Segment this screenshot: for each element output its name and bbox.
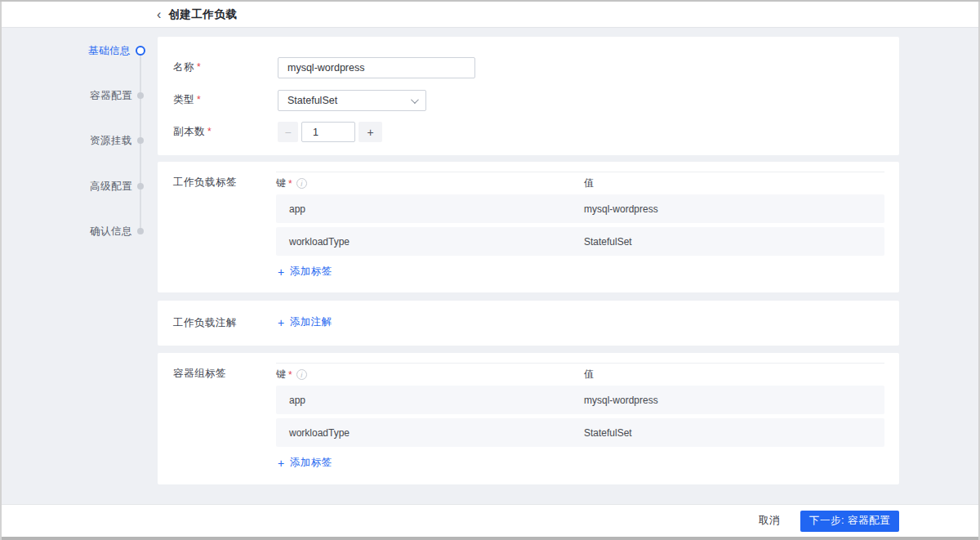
- value-column-header: 值: [584, 368, 884, 382]
- info-icon[interactable]: i: [296, 178, 307, 189]
- type-select-value: StatefulSet: [287, 95, 337, 106]
- label-key: workloadType: [276, 236, 584, 248]
- key-column-header: 键: [276, 368, 286, 382]
- replicas-label: 副本数*: [173, 125, 212, 139]
- label-key: workloadType: [276, 427, 584, 439]
- back-icon[interactable]: ‹: [154, 7, 164, 23]
- workload-annotations-card: 工作负载注解 + 添加注解: [158, 301, 899, 346]
- step-confirm-info[interactable]: 确认信息: [0, 224, 151, 239]
- step-label: 基础信息: [88, 44, 131, 58]
- step-resource-mount[interactable]: 资源挂载: [0, 133, 151, 148]
- workload-labels-table: 键 * i 值 app mysql-wordpress workloadType…: [276, 172, 884, 260]
- form-area: 名称* 类型* StatefulSet 副本数* − + 工作负载标签: [158, 28, 899, 484]
- step-advanced-config[interactable]: 高级配置: [0, 179, 151, 194]
- label-key: app: [276, 395, 584, 406]
- step-dot-icon: [137, 92, 144, 99]
- add-workload-label-link[interactable]: + 添加标签: [278, 265, 332, 279]
- step-basic-info[interactable]: 基础信息: [0, 43, 151, 58]
- add-pod-label-link[interactable]: + 添加标签: [278, 456, 332, 470]
- create-workload-page: ‹ 创建工作负载 基础信息 容器配置 资源挂载 高级配置 确认信息: [0, 0, 980, 540]
- required-asterisk: *: [288, 178, 292, 190]
- name-input[interactable]: [278, 57, 475, 78]
- step-navigation: 基础信息 容器配置 资源挂载 高级配置 确认信息: [0, 28, 151, 257]
- pod-labels-section-label: 容器组标签: [173, 367, 226, 381]
- increment-button[interactable]: +: [359, 122, 382, 142]
- required-asterisk: *: [197, 94, 201, 105]
- cancel-button[interactable]: 取消: [759, 514, 780, 528]
- plus-icon: +: [278, 317, 285, 328]
- step-active-dot-icon: [136, 46, 145, 56]
- replicas-stepper: − +: [278, 122, 382, 142]
- table-row: app mysql-wordpress: [276, 194, 884, 223]
- step-label: 容器配置: [90, 89, 132, 103]
- next-step-button[interactable]: 下一步: 容器配置: [800, 511, 899, 532]
- step-dot-icon: [137, 183, 144, 190]
- table-row: app mysql-wordpress: [276, 386, 884, 414]
- decrement-button[interactable]: −: [278, 122, 298, 142]
- step-container-config[interactable]: 容器配置: [0, 88, 151, 103]
- step-label: 高级配置: [90, 180, 132, 194]
- plus-icon: +: [278, 457, 285, 469]
- key-column-header: 键: [276, 176, 286, 190]
- basic-info-card: 名称* 类型* StatefulSet 副本数* − +: [158, 37, 899, 155]
- workload-annotations-section-label: 工作负载注解: [173, 316, 237, 330]
- label-value: mysql-wordpress: [584, 203, 884, 215]
- table-header: 键 * i 值: [276, 172, 884, 194]
- pod-labels-card: 容器组标签 键 * i 值 app mysql-wordpress worklo…: [158, 353, 899, 484]
- pod-labels-table: 键 * i 值 app mysql-wordpress workloadType…: [276, 363, 884, 451]
- footer-bar: 取消 下一步: 容器配置: [2, 504, 978, 537]
- top-bar: ‹ 创建工作负载: [2, 2, 978, 28]
- table-header: 键 * i 值: [276, 364, 884, 386]
- workload-labels-card: 工作负载标签 键 * i 值 app mysql-wordpress workl…: [158, 162, 899, 292]
- info-icon[interactable]: i: [296, 369, 307, 380]
- label-value: StatefulSet: [584, 236, 884, 248]
- value-column-header: 值: [584, 176, 884, 190]
- chevron-down-icon: [411, 96, 419, 104]
- type-label: 类型*: [173, 93, 201, 107]
- type-select[interactable]: StatefulSet: [278, 90, 426, 111]
- name-label: 名称*: [173, 60, 201, 74]
- step-dot-icon: [137, 228, 144, 234]
- step-label: 确认信息: [90, 225, 132, 239]
- step-dot-icon: [137, 137, 144, 144]
- add-annotation-link[interactable]: + 添加注解: [278, 315, 332, 329]
- required-asterisk: *: [207, 126, 212, 137]
- label-key: app: [276, 203, 584, 215]
- table-row: workloadType StatefulSet: [276, 418, 884, 447]
- step-label: 资源挂载: [90, 134, 132, 148]
- required-asterisk: *: [197, 61, 201, 73]
- required-asterisk: *: [288, 369, 292, 381]
- page-title: 创建工作负载: [168, 7, 237, 22]
- label-value: mysql-wordpress: [584, 395, 884, 406]
- replicas-input[interactable]: [301, 122, 355, 142]
- workload-labels-section-label: 工作负载标签: [173, 176, 237, 190]
- label-value: StatefulSet: [584, 427, 884, 439]
- plus-icon: +: [278, 266, 285, 278]
- table-row: workloadType StatefulSet: [276, 227, 884, 256]
